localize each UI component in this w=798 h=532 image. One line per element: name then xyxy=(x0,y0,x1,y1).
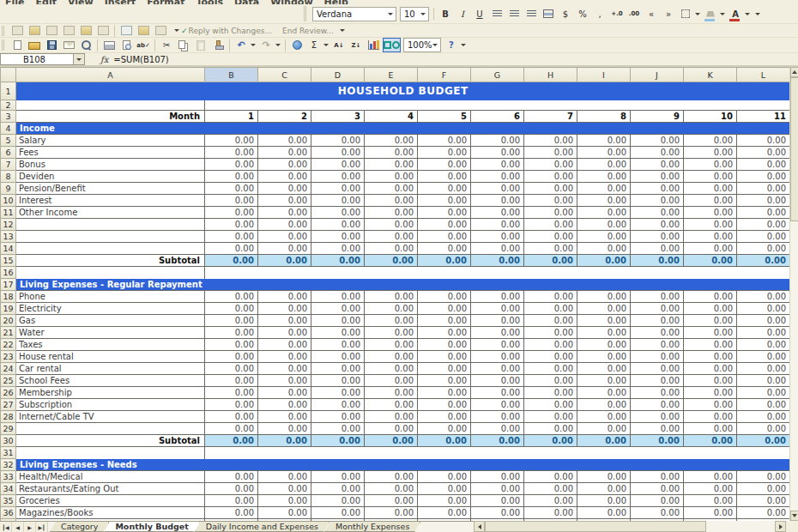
cell-E18[interactable]: 0.00 xyxy=(365,291,418,303)
cell-G13[interactable]: 0.00 xyxy=(471,231,524,243)
cell-E10[interactable]: 0.00 xyxy=(365,195,418,207)
cell-H36[interactable]: 0.00 xyxy=(524,507,577,519)
cell-I8[interactable]: 0.00 xyxy=(577,171,631,183)
font-color-dropdown-icon[interactable] xyxy=(745,13,750,15)
row-header-19[interactable]: 19 xyxy=(1,303,16,315)
chart-wizard-button[interactable] xyxy=(366,38,381,52)
cell-E34[interactable]: 0.00 xyxy=(365,483,418,495)
cell-F29[interactable]: 0.00 xyxy=(418,423,471,435)
cell-L13[interactable]: 0.00 xyxy=(737,231,790,243)
vertical-scrollbar[interactable] xyxy=(789,67,798,521)
cell-A21[interactable]: Water xyxy=(16,327,205,339)
cell-I18[interactable]: 0.00 xyxy=(577,291,631,303)
cell-F35[interactable]: 0.00 xyxy=(418,495,471,507)
cell-H19[interactable]: 0.00 xyxy=(524,303,577,315)
undo-button[interactable]: ↶ xyxy=(233,38,249,52)
redo-dropdown-icon[interactable] xyxy=(275,44,281,46)
cell-B20[interactable]: 0.00 xyxy=(205,315,258,327)
cell-B24[interactable]: 0.00 xyxy=(205,363,258,375)
copy-button[interactable] xyxy=(176,38,191,52)
new-button[interactable] xyxy=(9,38,25,52)
cell-D7[interactable]: 0.00 xyxy=(311,159,365,171)
cell-F25[interactable]: 0.00 xyxy=(418,375,471,387)
font-color-button[interactable]: A xyxy=(728,7,743,21)
cell-I5[interactable]: 0.00 xyxy=(577,135,631,147)
chevron-down-icon[interactable] xyxy=(388,13,393,15)
cell-I35[interactable]: 0.00 xyxy=(577,495,631,507)
scroll-right-button[interactable] xyxy=(775,521,786,532)
cell-B7[interactable]: 0.00 xyxy=(205,159,258,171)
cell-F19[interactable]: 0.00 xyxy=(418,303,471,315)
cell-C12[interactable]: 0.00 xyxy=(258,219,311,231)
cell-K13[interactable]: 0.00 xyxy=(684,231,737,243)
cell-I6[interactable]: 0.00 xyxy=(577,147,631,159)
cell-C7[interactable]: 0.00 xyxy=(258,159,311,171)
cell-F8[interactable]: 0.00 xyxy=(418,171,471,183)
cell-L14[interactable]: 0.00 xyxy=(737,243,790,255)
cell-J29[interactable]: 0.00 xyxy=(631,423,684,435)
toolbar-grip[interactable] xyxy=(304,6,308,21)
font-name-select[interactable]: Verdana xyxy=(312,7,396,21)
review-tool-3-button[interactable] xyxy=(44,23,59,38)
cell-B27[interactable]: 0.00 xyxy=(205,399,258,411)
cell-C28[interactable]: 0.00 xyxy=(258,411,311,423)
cell-E31[interactable] xyxy=(365,447,418,459)
cut-button[interactable]: ✂ xyxy=(159,38,174,52)
cell-L26[interactable]: 0.00 xyxy=(737,387,790,399)
underline-button[interactable]: U xyxy=(472,7,487,21)
cell-L27[interactable]: 0.00 xyxy=(737,399,790,411)
cell-H28[interactable]: 0.00 xyxy=(524,411,577,423)
cell-B26[interactable]: 0.00 xyxy=(205,387,258,399)
cell-K20[interactable]: 0.00 xyxy=(684,315,737,327)
cell-H34[interactable]: 0.00 xyxy=(524,483,577,495)
cell-K29[interactable]: 0.00 xyxy=(684,423,737,435)
cell-G7[interactable]: 0.00 xyxy=(471,159,524,171)
row-header-9[interactable]: 9 xyxy=(1,183,16,195)
cell-L23[interactable]: 0.00 xyxy=(737,351,790,363)
cell-F5[interactable]: 0.00 xyxy=(418,135,471,147)
cell-I21[interactable]: 0.00 xyxy=(577,327,631,339)
row-header-28[interactable]: 28 xyxy=(1,411,16,423)
row-header-14[interactable]: 14 xyxy=(1,243,16,255)
cell-C19[interactable]: 0.00 xyxy=(258,303,311,315)
cell-D30[interactable]: 0.00 xyxy=(311,435,365,447)
cell-C31[interactable] xyxy=(258,447,311,459)
cell-E13[interactable]: 0.00 xyxy=(365,231,418,243)
cell-G12[interactable]: 0.00 xyxy=(471,219,524,231)
cell-C21[interactable]: 0.00 xyxy=(258,327,311,339)
cell-G34[interactable]: 0.00 xyxy=(471,483,524,495)
cell-J31[interactable] xyxy=(631,447,684,459)
cell-E3[interactable]: 4 xyxy=(365,111,418,123)
cell-F30[interactable]: 0.00 xyxy=(418,435,471,447)
sheet-tab-monthly-budget[interactable]: Monthly Budget xyxy=(104,522,199,532)
cell-B21[interactable]: 0.00 xyxy=(205,327,258,339)
cell-G21[interactable]: 0.00 xyxy=(471,327,524,339)
section-header[interactable]: Living Expenses - Regular Repayment xyxy=(16,279,790,291)
row-header-27[interactable]: 27 xyxy=(1,399,16,411)
cell-C8[interactable]: 0.00 xyxy=(258,171,311,183)
review-tool-2-button[interactable] xyxy=(27,23,42,38)
cell-A2[interactable] xyxy=(16,100,205,111)
cell-G18[interactable]: 0.00 xyxy=(471,291,524,303)
comma-button[interactable]: , xyxy=(592,7,608,21)
cell-B18[interactable]: 0.00 xyxy=(205,291,258,303)
cell-D18[interactable]: 0.00 xyxy=(311,291,365,303)
autosum-dropdown-icon[interactable] xyxy=(323,44,329,46)
cell-D15[interactable]: 0.00 xyxy=(311,255,365,267)
cell-G23[interactable]: 0.00 xyxy=(471,351,524,363)
cell-F6[interactable]: 0.00 xyxy=(418,147,471,159)
cell-H27[interactable]: 0.00 xyxy=(524,399,577,411)
column-header-L[interactable]: L xyxy=(737,68,790,82)
cell-L20[interactable]: 0.00 xyxy=(737,315,790,327)
cell-I24[interactable]: 0.00 xyxy=(577,363,631,375)
cell-E19[interactable]: 0.00 xyxy=(365,303,418,315)
cell-A8[interactable]: Deviden xyxy=(16,171,205,183)
sheet-tab-daily-income-and-expenses[interactable]: Daily Income and Expenses xyxy=(195,522,329,532)
cell-J2[interactable] xyxy=(631,100,684,111)
cell-E6[interactable]: 0.00 xyxy=(365,147,418,159)
sort-ascending-button[interactable]: A↓ xyxy=(331,38,347,52)
row-header-20[interactable]: 20 xyxy=(1,315,16,327)
cell-K26[interactable]: 0.00 xyxy=(684,387,737,399)
cell-G27[interactable]: 0.00 xyxy=(471,399,524,411)
cell-G14[interactable]: 0.00 xyxy=(471,243,524,255)
